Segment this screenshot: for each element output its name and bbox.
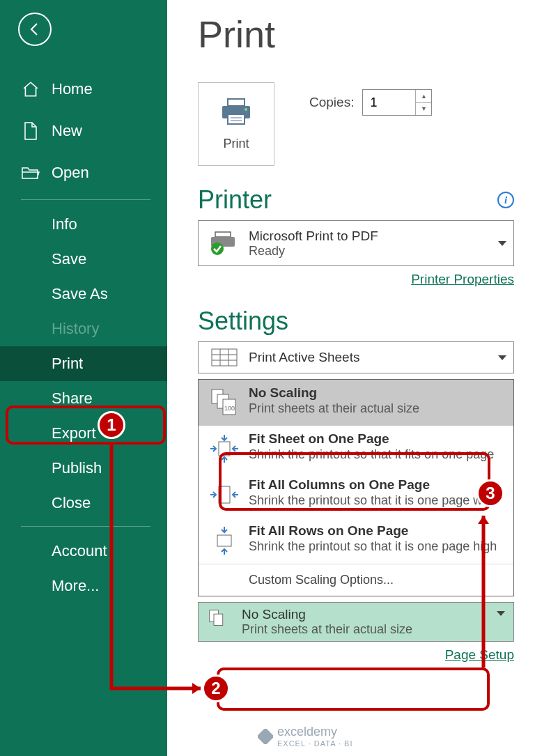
svg-rect-2	[228, 114, 245, 124]
print-what-label: Print Active Sheets	[249, 350, 498, 365]
nav-export[interactable]: Export	[0, 416, 167, 451]
callout-1: 1	[98, 411, 125, 439]
print-button[interactable]: Print	[198, 82, 274, 166]
home-icon	[21, 79, 40, 99]
callout-3: 3	[476, 479, 504, 507]
nav-more[interactable]: More...	[0, 569, 167, 603]
copies-field[interactable]	[363, 90, 415, 115]
scaling-option-fit-rows[interactable]: Fit All Rows on One Page Shrink the prin…	[199, 518, 513, 564]
nav-label: Home	[52, 80, 93, 98]
svg-point-3	[245, 108, 247, 111]
scaling-dropdown-list: 100 No Scaling Print sheets at their act…	[198, 379, 514, 596]
svg-rect-9	[212, 349, 237, 366]
print-panel: Print Print Copies: ▲ ▼	[167, 0, 535, 756]
svg-rect-22	[214, 614, 223, 625]
printer-name: Microsoft Print to PDF	[249, 229, 498, 244]
nav-share[interactable]: Share	[0, 381, 167, 416]
copies-down[interactable]: ▼	[416, 103, 431, 116]
folder-open-icon	[21, 163, 40, 183]
scaling-option-fit-sheet[interactable]: Fit Sheet on One Page Shrink the printou…	[199, 426, 513, 472]
nav-save-as[interactable]: Save As	[0, 277, 167, 311]
nav-account[interactable]: Account	[0, 534, 167, 569]
scaling-dropdown[interactable]: No Scaling Print sheets at their actual …	[198, 602, 514, 642]
copies-label: Copies:	[309, 95, 354, 110]
fit-columns-icon	[206, 477, 243, 512]
nav-label: Open	[52, 164, 89, 182]
svg-rect-0	[228, 99, 245, 106]
divider	[21, 199, 150, 200]
nav-save[interactable]: Save	[0, 242, 167, 277]
copies-up[interactable]: ▲	[416, 90, 431, 103]
sheets-icon	[206, 343, 243, 372]
printer-ready-icon	[206, 229, 243, 258]
copies-input[interactable]: ▲ ▼	[362, 89, 432, 116]
svg-text:100: 100	[224, 405, 235, 412]
no-scaling-icon	[206, 608, 236, 637]
nav-home[interactable]: Home	[0, 68, 167, 110]
printer-header: Printer i	[198, 185, 514, 215]
printer-status: Ready	[249, 244, 498, 259]
backstage-sidebar: Home New Open Info Save Save As History …	[0, 0, 167, 756]
printer-properties-link[interactable]: Printer Properties	[198, 272, 514, 287]
fit-rows-icon	[206, 523, 243, 558]
fit-sheet-icon	[206, 431, 243, 466]
divider	[21, 526, 150, 527]
svg-rect-6	[215, 232, 231, 237]
nav-print[interactable]: Print	[0, 346, 167, 381]
scaling-option-fit-columns[interactable]: Fit All Columns on One Page Shrink the p…	[199, 472, 513, 518]
nav-publish[interactable]: Publish	[0, 451, 167, 486]
arrow-left-icon	[26, 21, 43, 38]
nav-label: New	[52, 122, 82, 140]
callout-2: 2	[202, 674, 230, 702]
no-scaling-icon: 100	[206, 385, 243, 420]
page-setup-link[interactable]: Page Setup	[198, 647, 514, 663]
print-what-dropdown[interactable]: Print Active Sheets	[198, 341, 514, 373]
svg-rect-20	[217, 535, 231, 546]
chevron-down-icon	[498, 355, 506, 360]
nav-info[interactable]: Info	[0, 207, 167, 242]
scaling-option-no-scaling[interactable]: 100 No Scaling Print sheets at their act…	[199, 380, 513, 426]
custom-scaling-link[interactable]: Custom Scaling Options...	[199, 564, 513, 596]
file-icon	[21, 121, 40, 141]
page-title: Print	[198, 13, 514, 56]
svg-rect-18	[219, 442, 230, 456]
back-button[interactable]	[18, 13, 52, 46]
info-icon[interactable]: i	[497, 192, 514, 208]
printer-icon	[219, 98, 253, 127]
nav-open[interactable]: Open	[0, 152, 167, 194]
chevron-down-icon	[497, 611, 505, 616]
print-button-label: Print	[223, 137, 249, 151]
settings-header: Settings	[198, 307, 514, 336]
printer-dropdown[interactable]: Microsoft Print to PDF Ready	[198, 220, 514, 266]
nav-close[interactable]: Close	[0, 486, 167, 520]
nav-new[interactable]: New	[0, 110, 167, 152]
svg-point-8	[211, 242, 224, 255]
chevron-down-icon	[498, 241, 506, 246]
svg-rect-19	[219, 486, 230, 503]
nav-history: History	[0, 311, 167, 346]
